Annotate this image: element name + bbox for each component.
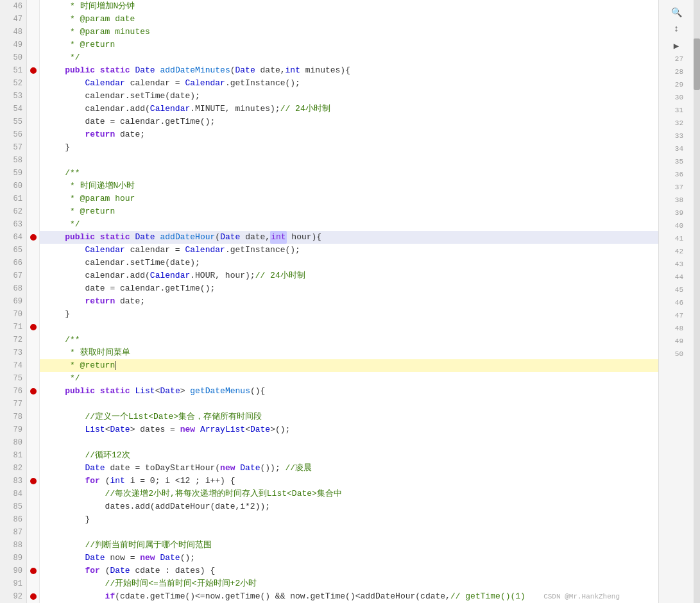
code-token: cdate : dates) {	[130, 565, 216, 577]
code-token: * 获取时间菜单	[45, 346, 130, 359]
code-token: calendar.setTime(date);	[45, 90, 200, 103]
breakpoint-marker[interactable]	[30, 568, 37, 574]
code-token: public	[45, 385, 95, 398]
line-number: 92	[0, 590, 26, 603]
code-token: (cdate.getTime()<=now.getTime() && now.g…	[115, 590, 450, 603]
code-token: }	[45, 308, 70, 321]
code-line: date = calendar.getTime();	[40, 115, 658, 128]
line-number: 58	[0, 154, 26, 167]
code-token: minutes){	[300, 64, 350, 77]
right-line-number: 48	[667, 322, 686, 335]
line-number: 49	[0, 38, 26, 51]
line-number: 64	[0, 231, 26, 244]
code-line: //定义一个List<Date>集合，存储所有时间段	[40, 411, 658, 423]
code-area[interactable]: * 时间增加N分钟 * @param date * @param minutes…	[40, 0, 658, 603]
breakpoint-marker[interactable]	[30, 388, 37, 395]
line-number: 89	[0, 552, 26, 565]
right-line-number: 49	[667, 335, 686, 348]
right-line-number: 35	[667, 155, 686, 168]
scrollbar-vertical[interactable]	[694, 0, 700, 603]
code-token: }	[45, 513, 90, 526]
code-line: List<Date> dates = new ArrayList<Date>()…	[40, 423, 658, 436]
breakpoint-marker[interactable]	[30, 67, 37, 74]
line-number: 53	[0, 90, 26, 103]
code-token: public	[45, 64, 95, 77]
right-line-number: 46	[667, 296, 686, 309]
gutter-row	[27, 180, 39, 192]
line-number: 77	[0, 398, 26, 411]
nav-icon[interactable]: ↕	[669, 22, 683, 36]
code-token: // 24小时制	[280, 103, 330, 115]
code-token: .getInstance();	[225, 244, 300, 257]
line-number: 51	[0, 64, 26, 77]
line-number: 88	[0, 539, 26, 552]
gutter-row	[27, 449, 39, 462]
run-icon[interactable]: ▶	[669, 38, 683, 53]
right-line-number: 36	[667, 168, 686, 181]
code-token: //每次递增2小时,将每次递增的时间存入到List<Date>集合中	[45, 488, 342, 500]
gutter-row	[27, 218, 39, 231]
code-token: */	[45, 372, 80, 385]
right-line-number: 50	[667, 348, 686, 361]
code-token: static	[100, 385, 130, 398]
code-token: */	[45, 51, 80, 64]
gutter-row	[27, 436, 39, 449]
code-token: <	[105, 423, 110, 436]
gutter-row	[27, 321, 39, 334]
gutter-row	[27, 167, 39, 180]
code-token	[45, 423, 85, 436]
gutter-row	[27, 103, 39, 115]
right-line-numbers: 2728293031323334353637383940414243444546…	[667, 53, 686, 361]
line-number: 75	[0, 372, 26, 385]
code-token: //定义一个List<Date>集合，存储所有时间段	[45, 411, 262, 423]
code-token: Date	[220, 231, 240, 244]
code-line: * @param hour	[40, 192, 658, 205]
code-line: calendar.add(Calendar.HOUR, hour);// 24小…	[40, 269, 658, 282]
code-token: //循环12次	[45, 449, 130, 462]
code-token: //开始时间<=当前时间<开始时间+2小时	[45, 577, 257, 590]
code-token: Date	[110, 423, 130, 436]
code-token: if	[45, 590, 115, 603]
breakpoint-marker[interactable]	[30, 234, 37, 241]
line-number: 57	[0, 141, 26, 154]
right-line-number: 30	[667, 91, 686, 104]
right-line-number: 44	[667, 271, 686, 284]
code-token: calendar.setTime(date);	[45, 257, 200, 269]
editor-container: 4647484950515253545556575859606162636465…	[0, 0, 700, 603]
code-line: * 时间增加N分钟	[40, 0, 658, 13]
line-number: 85	[0, 500, 26, 513]
code-line: * 时间递增N小时	[40, 180, 658, 192]
code-token: date;	[115, 128, 145, 141]
code-line: */	[40, 51, 658, 64]
line-number: 62	[0, 205, 26, 218]
right-line-number: 27	[667, 53, 686, 65]
gutter-row	[27, 385, 39, 398]
breakpoint-marker[interactable]	[30, 324, 37, 330]
code-token: // getTime()(1)	[450, 590, 525, 603]
code-line: calendar.add(Calendar.MINUTE, minutes);/…	[40, 103, 658, 115]
code-token: .MINUTE, minutes);	[190, 103, 280, 115]
line-number: 66	[0, 257, 26, 269]
gutter-row	[27, 462, 39, 475]
code-token: date = calendar.getTime();	[45, 115, 215, 128]
code-token: (	[100, 475, 110, 488]
scrollbar-thumb[interactable]	[694, 38, 700, 90]
code-token	[155, 64, 160, 77]
line-number: 47	[0, 13, 26, 26]
gutter-row	[27, 90, 39, 103]
line-number: 68	[0, 282, 26, 295]
code-token: (){	[250, 385, 265, 398]
line-number: 73	[0, 346, 26, 359]
code-token: Date	[85, 462, 105, 475]
code-line: //开始时间<=当前时间<开始时间+2小时	[40, 577, 658, 590]
gutter-row	[27, 115, 39, 128]
code-token: new	[220, 462, 235, 475]
code-token: (	[215, 231, 220, 244]
code-line	[40, 398, 658, 411]
breakpoint-marker[interactable]	[30, 593, 37, 600]
search-icon[interactable]: 🔍	[669, 5, 683, 19]
code-token: calendar.add(	[45, 103, 150, 115]
breakpoint-marker[interactable]	[30, 478, 37, 484]
line-number: 55	[0, 115, 26, 128]
toolbar-icons[interactable]: 🔍 ↕ ▶	[669, 5, 683, 53]
